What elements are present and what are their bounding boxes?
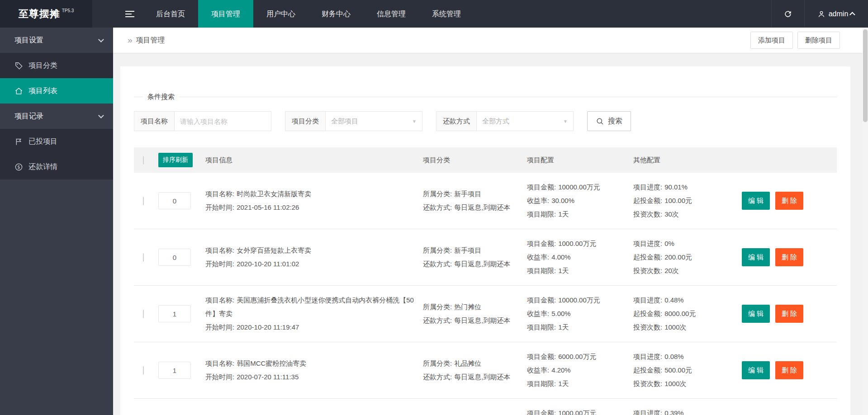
sidebar-item-repayment-details[interactable]: $ 还款详情 xyxy=(0,154,113,179)
progress-label: 项目进度: xyxy=(633,240,662,247)
row-actions-cell: 编辑 删除 xyxy=(742,361,837,379)
table-row: 项目名称:新款小个子风衣温柔收腰薄款气质大衣寄卖利润【100件】 开始时间:20… xyxy=(134,399,837,415)
category-value: 新手项目 xyxy=(454,246,481,254)
sort-order-input[interactable] xyxy=(158,249,191,266)
rate-label: 收益率: xyxy=(527,310,549,317)
min-invest-value: 200.00元 xyxy=(664,253,692,261)
project-category-field: 项目分类 全部项目 ▼ xyxy=(285,111,422,131)
project-info-cell: 项目名称:美国惠浦折叠洗衣机小型迷你便携式自动内衣裤分桶洗【50件】寄卖 开始时… xyxy=(205,293,423,334)
sidebar-item-invested-projects[interactable]: 已投项目 xyxy=(0,129,113,154)
progress-value: 90.01% xyxy=(664,183,688,191)
sidebar-group-project-settings[interactable]: 项目设置 xyxy=(0,28,113,53)
add-project-button[interactable]: 添加项目 xyxy=(750,32,793,49)
row-checkbox[interactable] xyxy=(143,310,144,318)
sidebar-collapse-button[interactable] xyxy=(117,0,143,28)
start-time-value: 2020-10-20 11:01:02 xyxy=(237,260,299,268)
repay-value: 每日返息,到期还本 xyxy=(454,373,510,381)
rate-value: 4.20% xyxy=(551,366,571,374)
other-config-cell: 项目进度:0.39% 起投金额:10000.00元 投资次数:1000次 xyxy=(633,406,742,415)
edit-button[interactable]: 编辑 xyxy=(742,305,770,323)
category-select-value: 全部项目 xyxy=(331,117,358,126)
project-config-cell: 项目金额:10000.00万元 收益率:30.00% 项目期限:1天 xyxy=(527,180,633,221)
project-info-cell: 项目名称:新款小个子风衣温柔收腰薄款气质大衣寄卖利润【100件】 开始时间:20… xyxy=(205,413,423,415)
invest-times-label: 投资次数: xyxy=(633,210,662,218)
progress-label: 项目进度: xyxy=(633,409,662,415)
progress-label: 项目进度: xyxy=(633,296,662,304)
breadcrumb-arrow-icon: » xyxy=(128,35,133,45)
repay-label: 还款方式: xyxy=(423,373,452,381)
invest-times-value: 1000次 xyxy=(664,323,686,331)
top-bar: 至尊摆摊 TP5.3 后台首页 项目管理 用户中心 财务中心 信息管理 系统管理… xyxy=(0,0,868,28)
refresh-button[interactable] xyxy=(771,0,805,28)
main-content: 条件搜索 项目名称 项目分类 全部项目 ▼ 还款方式 全部方式 ▼ xyxy=(113,53,863,415)
row-checkbox[interactable] xyxy=(143,197,144,205)
duration-value: 1天 xyxy=(558,323,569,331)
table-header: 排序刷新 项目信息 项目分类 项目配置 其他配置 xyxy=(134,147,837,173)
scrollbar-thumb[interactable] xyxy=(863,29,868,122)
amount-label: 项目金额: xyxy=(527,296,556,304)
row-checkbox[interactable] xyxy=(143,253,144,262)
project-category-cell: 所属分类:新手项目 还款方式:每日返息,到期还本 xyxy=(423,187,527,214)
hamburger-icon xyxy=(125,11,134,17)
search-form: 项目名称 项目分类 全部项目 ▼ 还款方式 全部方式 ▼ xyxy=(134,111,837,131)
rate-label: 收益率: xyxy=(527,197,549,204)
chevron-down-icon xyxy=(98,113,104,118)
nav-item-system[interactable]: 系统管理 xyxy=(419,0,474,28)
project-category-cell: 所属分类:新手项目 还款方式:每日返息,到期还本 xyxy=(423,244,527,271)
nav-item-messages[interactable]: 信息管理 xyxy=(364,0,419,28)
delete-button[interactable]: 删除 xyxy=(775,248,803,266)
sidebar-group-label: 项目记录 xyxy=(14,104,43,129)
sidebar-item-label: 项目分类 xyxy=(28,53,57,78)
edit-button[interactable]: 编辑 xyxy=(742,248,770,266)
min-invest-value: 500.00元 xyxy=(664,366,692,374)
row-actions-cell: 编辑 删除 xyxy=(742,248,837,266)
topbar-right: admin xyxy=(771,0,868,28)
col-header-category: 项目分类 xyxy=(423,156,527,165)
sort-order-input[interactable] xyxy=(158,305,191,322)
repay-select[interactable]: 全部方式 ▼ xyxy=(476,111,574,131)
rate-value: 5.00% xyxy=(551,310,571,317)
sort-order-input[interactable] xyxy=(158,192,191,209)
category-value: 热门摊位 xyxy=(454,303,481,311)
progress-label: 项目进度: xyxy=(633,353,662,360)
nav-item-dashboard[interactable]: 后台首页 xyxy=(143,0,198,28)
chevron-up-icon xyxy=(849,12,855,18)
start-time-label: 开始时间: xyxy=(205,260,234,268)
user-menu[interactable]: admin xyxy=(805,0,868,28)
edit-button[interactable]: 编辑 xyxy=(742,361,770,379)
project-config-cell: 项目金额:1000.00万元 收益率:5.00% 项目期限:1天 xyxy=(527,406,633,415)
duration-value: 1天 xyxy=(558,210,569,218)
sidebar-item-project-list[interactable]: 项目列表 xyxy=(0,78,113,104)
top-nav: 后台首页 项目管理 用户中心 财务中心 信息管理 系统管理 xyxy=(143,0,474,28)
select-all-checkbox[interactable] xyxy=(143,156,144,165)
row-checkbox[interactable] xyxy=(143,366,144,375)
rate-value: 4.00% xyxy=(551,253,571,261)
category-label: 所属分类: xyxy=(423,190,452,198)
delete-button[interactable]: 删除 xyxy=(775,361,803,379)
other-config-cell: 项目进度:0% 起投金额:200.00元 投资次数:20次 xyxy=(633,237,742,278)
delete-button[interactable]: 删除 xyxy=(775,192,803,210)
start-time-value: 2020-07-20 11:11:35 xyxy=(237,373,299,381)
min-invest-label: 起投金额: xyxy=(633,366,662,374)
repay-value: 每日返息,到期还本 xyxy=(454,316,510,324)
project-name-field: 项目名称 xyxy=(134,111,271,131)
nav-item-projects[interactable]: 项目管理 xyxy=(198,0,253,28)
breadcrumb-bar: » 项目管理 添加项目 删除项目 xyxy=(113,28,863,53)
delete-project-button[interactable]: 删除项目 xyxy=(797,32,840,49)
edit-button[interactable]: 编辑 xyxy=(742,192,770,210)
sidebar-group-project-records[interactable]: 项目记录 xyxy=(0,104,113,129)
sidebar-item-project-category[interactable]: 项目分类 xyxy=(0,53,113,78)
project-name-input[interactable] xyxy=(174,111,271,131)
search-button[interactable]: 搜索 xyxy=(587,111,631,131)
nav-item-finance[interactable]: 财务中心 xyxy=(308,0,364,28)
sort-refresh-button[interactable]: 排序刷新 xyxy=(158,153,193,167)
refresh-icon xyxy=(783,9,792,19)
nav-item-users[interactable]: 用户中心 xyxy=(253,0,308,28)
category-select[interactable]: 全部项目 ▼ xyxy=(325,111,422,131)
rate-value: 30.00% xyxy=(551,197,574,204)
app-version-badge: TP5.3 xyxy=(62,8,74,13)
repay-label: 还款方式: xyxy=(423,203,452,211)
category-label: 所属分类: xyxy=(423,246,452,254)
delete-button[interactable]: 删除 xyxy=(775,305,803,323)
sort-order-input[interactable] xyxy=(158,362,191,379)
